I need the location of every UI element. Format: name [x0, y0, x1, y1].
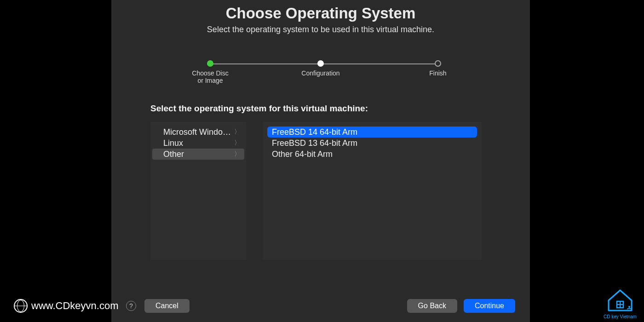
wizard-stepper: Choose Disc or Image Configuration Finis… — [190, 60, 452, 83]
page-subtitle: Select the operating system to be used i… — [111, 25, 530, 34]
dialog-footer: ? Cancel Go Back Continue — [111, 295, 530, 322]
category-column: Microsoft Windo… 〉 Linux 〉 Other 〉 — [150, 122, 246, 260]
step-choose-disc: Choose Disc or Image — [190, 60, 231, 84]
step-label: Finish — [424, 69, 452, 77]
category-item-linux[interactable]: Linux 〉 — [152, 138, 244, 149]
svg-point-3 — [628, 306, 630, 308]
chevron-right-icon: 〉 — [234, 128, 241, 136]
os-picker: Microsoft Windo… 〉 Linux 〉 Other 〉 FreeB… — [150, 122, 491, 260]
os-label: FreeBSD 13 64-bit Arm — [272, 138, 357, 148]
watermark-label: CD key Vietnam — [604, 314, 637, 319]
category-label: Microsoft Windo… — [163, 127, 231, 137]
category-item-other[interactable]: Other 〉 — [152, 149, 244, 160]
step-dot-icon — [317, 60, 324, 67]
watermark-right: CD key Vietnam — [604, 287, 637, 319]
step-label: Choose Disc or Image — [190, 69, 231, 84]
step-configuration: Configuration — [295, 60, 346, 77]
section-label: Select the operating system for this vir… — [150, 104, 530, 114]
category-item-windows[interactable]: Microsoft Windo… 〉 — [152, 126, 244, 138]
house-icon — [604, 287, 636, 312]
os-item-other64[interactable]: Other 64-bit Arm — [267, 149, 477, 160]
step-dot-icon — [207, 60, 213, 67]
go-back-button[interactable]: Go Back — [407, 299, 457, 313]
watermark-left: www.CDkeyvn.com — [14, 299, 118, 313]
chevron-right-icon: 〉 — [234, 150, 241, 158]
continue-button[interactable]: Continue — [464, 299, 515, 313]
os-label: Other 64-bit Arm — [272, 150, 333, 159]
os-column: FreeBSD 14 64-bit Arm FreeBSD 13 64-bit … — [263, 122, 482, 260]
os-chooser-dialog: Choose Operating System Select the opera… — [111, 0, 530, 322]
os-item-freebsd14[interactable]: FreeBSD 14 64-bit Arm — [267, 126, 477, 138]
globe-icon — [14, 299, 28, 313]
watermark-url: www.CDkeyvn.com — [31, 300, 118, 312]
os-label: FreeBSD 14 64-bit Arm — [272, 127, 357, 137]
cancel-button[interactable]: Cancel — [144, 299, 190, 313]
category-label: Other — [163, 150, 184, 159]
category-label: Linux — [163, 138, 183, 148]
question-icon: ? — [129, 302, 133, 310]
step-label: Configuration — [295, 69, 346, 77]
step-dot-icon — [435, 60, 441, 67]
column-gap — [246, 122, 263, 260]
help-button[interactable]: ? — [126, 301, 136, 311]
scroll-gutter — [482, 122, 491, 260]
os-item-freebsd13[interactable]: FreeBSD 13 64-bit Arm — [267, 138, 477, 149]
step-finish: Finish — [424, 60, 452, 77]
page-title: Choose Operating System — [111, 5, 530, 22]
chevron-right-icon: 〉 — [234, 139, 241, 147]
